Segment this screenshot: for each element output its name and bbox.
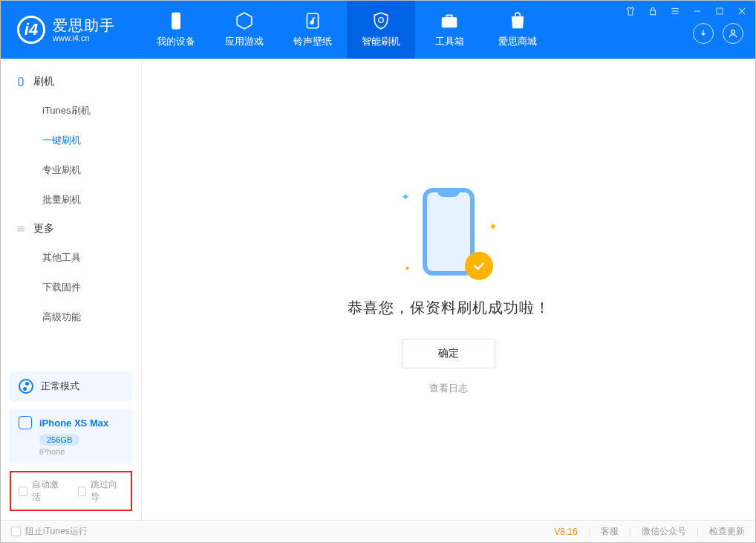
- sidebar-item-batch-flash[interactable]: 批量刷机: [1, 185, 141, 215]
- checkbox-label: 自动激活: [32, 478, 65, 504]
- tab-label: 爱思商城: [498, 35, 537, 48]
- sidebar-item-itunes-flash[interactable]: iTunes刷机: [1, 96, 141, 126]
- app-body: 刷机 iTunes刷机 一键刷机 专业刷机 批量刷机 更多 其他工具 下载固件 …: [1, 59, 755, 521]
- logo-text: 爱思助手 www.i4.cn: [53, 17, 115, 42]
- sidebar: 刷机 iTunes刷机 一键刷机 专业刷机 批量刷机 更多 其他工具 下载固件 …: [1, 59, 142, 521]
- wechat-link[interactable]: 微信公众号: [642, 525, 686, 538]
- tab-store[interactable]: 爱思商城: [483, 1, 552, 59]
- sparkle-icon: ✦: [489, 221, 498, 233]
- sidebar-bottom: 正常模式 iPhone XS Max 256GB iPhone 自动激活 跳过向…: [1, 371, 141, 521]
- toolbox-icon: [440, 11, 459, 30]
- footer-right: V8.16 | 客服 | 微信公众号 | 检查更新: [554, 525, 745, 538]
- check-update-link[interactable]: 检查更新: [709, 525, 745, 538]
- checkbox-icon: [19, 487, 27, 496]
- mode-label: 正常模式: [41, 380, 79, 393]
- shirt-icon[interactable]: [625, 5, 636, 17]
- skip-wizard-checkbox[interactable]: 跳过向导: [78, 478, 124, 504]
- checkbox-label: 阻止iTunes运行: [25, 525, 88, 538]
- sidebar-item-advanced[interactable]: 高级功能: [1, 302, 141, 332]
- tab-apps-games[interactable]: 应用游戏: [210, 1, 278, 59]
- separator: |: [697, 527, 699, 537]
- sparkle-icon: •: [405, 262, 409, 274]
- sidebar-item-other-tools[interactable]: 其他工具: [1, 243, 141, 273]
- header-actions: [693, 23, 743, 44]
- sidebar-item-pro-flash[interactable]: 专业刷机: [1, 155, 141, 185]
- sidebar-item-download-firmware[interactable]: 下载固件: [1, 273, 141, 302]
- tab-my-device[interactable]: 我的设备: [142, 1, 210, 59]
- tab-label: 铃声壁纸: [293, 35, 332, 48]
- sidebar-item-oneclick-flash[interactable]: 一键刷机: [1, 126, 141, 155]
- app-title: 爱思助手: [53, 17, 115, 33]
- ok-button[interactable]: 确定: [402, 339, 495, 368]
- mode-icon: [19, 379, 33, 394]
- status-bar: 阻止iTunes运行 V8.16 | 客服 | 微信公众号 | 检查更新: [1, 520, 755, 542]
- shield-refresh-icon: [371, 11, 391, 30]
- user-button[interactable]: [723, 23, 743, 44]
- tab-label: 我的设备: [157, 35, 195, 48]
- device-card[interactable]: iPhone XS Max 256GB iPhone: [10, 409, 132, 464]
- download-button[interactable]: [693, 23, 714, 44]
- separator: |: [629, 527, 631, 537]
- svg-point-2: [379, 18, 384, 23]
- device-name: iPhone XS Max: [39, 417, 108, 429]
- maximize-button[interactable]: [714, 5, 726, 17]
- separator: |: [588, 527, 590, 537]
- svg-rect-0: [172, 13, 180, 29]
- logo-icon: i4: [17, 16, 45, 44]
- svg-point-13: [731, 30, 735, 33]
- tab-label: 智能刷机: [362, 35, 400, 48]
- list-icon: [16, 224, 26, 234]
- success-illustration: ✦ ✦ •: [397, 185, 501, 282]
- checkbox-icon: [11, 527, 21, 536]
- svg-rect-5: [651, 10, 656, 15]
- block-itunes-checkbox[interactable]: 阻止iTunes运行: [11, 525, 88, 538]
- group-title: 刷机: [33, 75, 54, 88]
- music-note-icon: [303, 11, 322, 30]
- svg-rect-10: [717, 8, 723, 14]
- nav-tabs: 我的设备 应用游戏 铃声壁纸 智能刷机 工具箱 爱思商城: [142, 1, 552, 59]
- menu-icon[interactable]: [669, 5, 681, 17]
- svg-rect-14: [19, 78, 23, 86]
- check-badge-icon: [465, 252, 493, 280]
- checkbox-icon: [78, 487, 87, 496]
- device-type: iPhone: [39, 447, 123, 456]
- sidebar-scroll: 刷机 iTunes刷机 一键刷机 专业刷机 批量刷机 更多 其他工具 下载固件 …: [1, 59, 141, 371]
- header-right: [617, 1, 755, 59]
- window-controls: [625, 5, 748, 17]
- shopping-bag-icon: [508, 11, 527, 30]
- version-label: V8.16: [554, 527, 577, 537]
- support-link[interactable]: 客服: [601, 525, 619, 538]
- app-header: i4 爱思助手 www.i4.cn 我的设备 应用游戏 铃声壁纸 智能刷机 工具…: [1, 1, 755, 59]
- highlighted-checkbox-row: 自动激活 跳过向导: [10, 471, 132, 511]
- device-icon: [166, 11, 186, 30]
- main-content: ✦ ✦ • 恭喜您，保资料刷机成功啦！ 确定 查看日志: [142, 59, 755, 521]
- tab-toolbox[interactable]: 工具箱: [415, 1, 483, 59]
- mode-card[interactable]: 正常模式: [10, 371, 132, 401]
- cube-icon: [235, 11, 254, 30]
- sidebar-group-more: 更多: [1, 215, 141, 243]
- svg-rect-3: [442, 18, 457, 27]
- close-button[interactable]: [736, 5, 748, 17]
- logo-area: i4 爱思助手 www.i4.cn: [1, 1, 142, 59]
- tab-ringtone-wallpaper[interactable]: 铃声壁纸: [278, 1, 347, 59]
- auto-activate-checkbox[interactable]: 自动激活: [19, 478, 65, 504]
- view-log-link[interactable]: 查看日志: [429, 382, 468, 395]
- sidebar-group-flash: 刷机: [1, 68, 141, 96]
- tab-label: 应用游戏: [225, 35, 264, 48]
- storage-badge: 256GB: [39, 434, 79, 446]
- sparkle-icon: ✦: [401, 191, 410, 203]
- phone-icon: [16, 77, 26, 87]
- checkbox-label: 跳过向导: [91, 478, 123, 504]
- success-message: 恭喜您，保资料刷机成功啦！: [348, 298, 550, 318]
- tab-label: 工具箱: [435, 35, 464, 48]
- lock-icon[interactable]: [647, 5, 659, 17]
- svg-rect-4: [446, 15, 453, 17]
- app-url: www.i4.cn: [53, 33, 115, 42]
- minimize-button[interactable]: [691, 5, 703, 17]
- group-title: 更多: [33, 222, 54, 235]
- tab-smart-flash[interactable]: 智能刷机: [347, 1, 415, 59]
- device-icon: [19, 416, 32, 429]
